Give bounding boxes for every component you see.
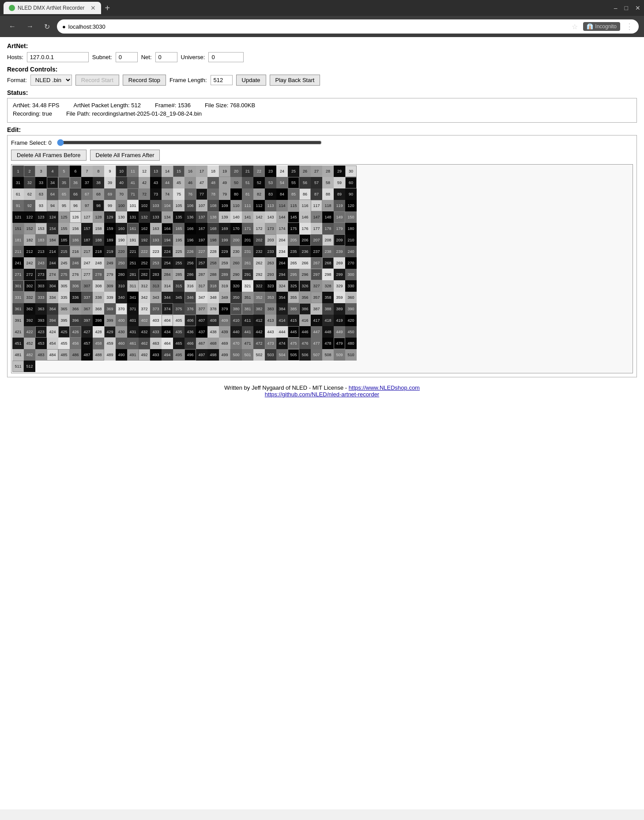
- footer-link2[interactable]: https://github.com/NLED/nled-artnet-reco…: [265, 391, 379, 398]
- dmx-cell-430: 430: [116, 326, 127, 338]
- dmx-cell-335: 335: [58, 292, 70, 303]
- dmx-cell-297: 297: [311, 269, 322, 280]
- dmx-cell-128: 128: [93, 211, 104, 223]
- dmx-cell-57: 57: [311, 177, 322, 188]
- footer: Written by Jeff Nygaard of NLED - MIT Li…: [7, 384, 637, 398]
- dmx-cell-289: 289: [219, 269, 230, 280]
- dmx-grid: 1234567891011121314151617181920212223242…: [11, 164, 633, 373]
- dmx-cell-185: 185: [58, 234, 70, 246]
- dmx-cell-436: 436: [185, 326, 196, 338]
- browser-menu-btn[interactable]: ⋮: [625, 22, 633, 31]
- net-input[interactable]: [155, 52, 177, 62]
- tab-close-btn[interactable]: ✕: [90, 4, 96, 11]
- close-btn[interactable]: ✕: [635, 4, 640, 11]
- dmx-cell-509: 509: [334, 349, 345, 361]
- dmx-cell-176: 176: [299, 223, 311, 234]
- frame-select-slider[interactable]: [57, 139, 322, 146]
- record-start-button[interactable]: Record Start: [75, 75, 119, 86]
- status-section-label: Status:: [7, 89, 637, 96]
- dmx-cell-153: 153: [35, 223, 47, 234]
- dmx-cell-12: 12: [139, 166, 150, 177]
- titlebar: NLED DMX ArtNet Recorder ✕ + – □ ✕: [0, 0, 644, 16]
- update-button[interactable]: Update: [236, 75, 266, 86]
- dmx-cell-448: 448: [322, 326, 334, 338]
- dmx-cell-52: 52: [253, 177, 265, 188]
- delete-before-button[interactable]: Delete All Frames Before: [11, 150, 87, 161]
- dmx-cell-356: 356: [299, 292, 311, 303]
- dmx-cell-390: 390: [345, 303, 357, 315]
- dmx-cell-477: 477: [311, 338, 322, 349]
- tab-favicon: [9, 5, 15, 11]
- dmx-cell-338: 338: [93, 292, 104, 303]
- dmx-cell-323: 323: [265, 280, 276, 292]
- dmx-cell-104: 104: [162, 200, 173, 211]
- maximize-btn[interactable]: □: [625, 4, 628, 11]
- new-tab-btn[interactable]: +: [105, 3, 110, 13]
- dmx-cell-97: 97: [81, 200, 93, 211]
- dmx-cell-151: 151: [12, 223, 24, 234]
- dmx-cell-377: 377: [196, 303, 207, 315]
- hosts-label: Hosts:: [7, 54, 23, 60]
- dmx-cell-409: 409: [219, 315, 230, 326]
- browser-tab[interactable]: NLED DMX ArtNet Recorder ✕: [4, 2, 101, 14]
- dmx-cell-321: 321: [242, 280, 253, 292]
- dmx-cell-139: 139: [219, 211, 230, 223]
- dmx-cell-435: 435: [173, 326, 185, 338]
- lock-icon: ●: [62, 23, 66, 30]
- universe-input[interactable]: [208, 52, 244, 62]
- refresh-btn[interactable]: ↻: [41, 21, 53, 33]
- dmx-cell-458: 458: [93, 338, 104, 349]
- dmx-cell-450: 450: [345, 326, 357, 338]
- dmx-cell-137: 137: [196, 211, 207, 223]
- dmx-cell-238: 238: [322, 246, 334, 257]
- universe-label: Universe:: [181, 54, 205, 60]
- dmx-cell-399: 399: [104, 315, 116, 326]
- format-select[interactable]: NLED .bin: [30, 75, 72, 86]
- dmx-cell-87: 87: [311, 188, 322, 200]
- delete-after-button[interactable]: Delete All Frames After: [90, 150, 160, 161]
- record-stop-button[interactable]: Record Stop: [123, 75, 166, 86]
- dmx-cell-358: 358: [322, 292, 334, 303]
- hosts-input[interactable]: [27, 52, 89, 62]
- dmx-cell-508: 508: [322, 349, 334, 361]
- dmx-cell-392: 392: [24, 315, 35, 326]
- dmx-cell-492: 492: [139, 349, 150, 361]
- dmx-cell-46: 46: [185, 177, 196, 188]
- forward-btn[interactable]: →: [23, 21, 37, 32]
- dmx-cell-209: 209: [334, 234, 345, 246]
- dmx-cell-336: 336: [70, 292, 81, 303]
- dmx-cell-76: 76: [185, 188, 196, 200]
- dmx-cell-233: 233: [265, 246, 276, 257]
- dmx-cell-196: 196: [185, 234, 196, 246]
- frame-length-input[interactable]: [211, 75, 233, 85]
- dmx-cell-378: 378: [207, 303, 219, 315]
- dmx-cell-342: 342: [139, 292, 150, 303]
- dmx-cell-265: 265: [288, 257, 299, 269]
- dmx-cell-143: 143: [265, 211, 276, 223]
- address-box[interactable]: ● localhost:3030 ☆ 👔 Incognito ⋮: [57, 19, 639, 34]
- back-btn[interactable]: ←: [5, 21, 19, 32]
- dmx-cell-250: 250: [116, 257, 127, 269]
- dmx-cell-96: 96: [70, 200, 81, 211]
- dmx-cell-307: 307: [81, 280, 93, 292]
- dmx-cell-68: 68: [93, 188, 104, 200]
- dmx-cell-122: 122: [24, 211, 35, 223]
- minimize-btn[interactable]: –: [614, 4, 618, 11]
- bookmark-icon[interactable]: ☆: [572, 23, 578, 31]
- dmx-cell-395: 395: [58, 315, 70, 326]
- dmx-cell-237: 237: [311, 246, 322, 257]
- dmx-cell-315: 315: [173, 280, 185, 292]
- dmx-cell-482: 482: [24, 349, 35, 361]
- dmx-cell-200: 200: [230, 234, 242, 246]
- footer-link1[interactable]: https://www.NLEDshop.com: [349, 384, 420, 391]
- play-back-start-button[interactable]: Play Back Start: [270, 75, 320, 86]
- dmx-cell-40: 40: [116, 177, 127, 188]
- dmx-cell-163: 163: [150, 223, 162, 234]
- dmx-cell-316: 316: [185, 280, 196, 292]
- dmx-cell-66: 66: [70, 188, 81, 200]
- dmx-cell-222: 222: [139, 246, 150, 257]
- subnet-input[interactable]: [116, 52, 138, 62]
- net-label: Net:: [141, 54, 152, 60]
- dmx-cell-254: 254: [162, 257, 173, 269]
- dmx-cell-182: 182: [24, 234, 35, 246]
